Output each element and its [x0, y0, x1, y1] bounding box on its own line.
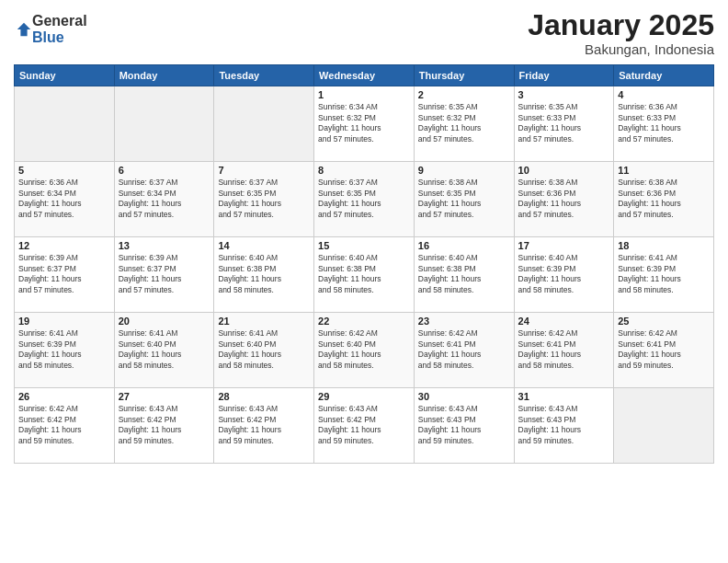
table-row: 29Sunrise: 6:43 AM Sunset: 6:42 PM Dayli…: [314, 388, 415, 464]
table-row: 7Sunrise: 6:37 AM Sunset: 6:35 PM Daylig…: [214, 162, 314, 237]
day-number: 8: [318, 165, 410, 176]
day-info: Sunrise: 6:39 AM Sunset: 6:37 PM Dayligh…: [119, 253, 210, 295]
day-info: Sunrise: 6:43 AM Sunset: 6:42 PM Dayligh…: [218, 404, 310, 446]
day-info: Sunrise: 6:38 AM Sunset: 6:35 PM Dayligh…: [418, 178, 510, 220]
table-row: [114, 86, 214, 162]
calendar-header-row: Sunday Monday Tuesday Wednesday Thursday…: [15, 65, 714, 86]
table-row: 9Sunrise: 6:38 AM Sunset: 6:35 PM Daylig…: [414, 162, 514, 237]
logo-text: General Blue: [32, 13, 87, 45]
table-row: 22Sunrise: 6:42 AM Sunset: 6:40 PM Dayli…: [314, 313, 415, 388]
day-number: 24: [518, 316, 610, 327]
day-info: Sunrise: 6:42 AM Sunset: 6:41 PM Dayligh…: [518, 328, 610, 371]
table-row: 15Sunrise: 6:40 AM Sunset: 6:38 PM Dayli…: [314, 237, 415, 313]
header-sunday: Sunday: [15, 65, 115, 86]
table-row: 31Sunrise: 6:43 AM Sunset: 6:43 PM Dayli…: [514, 388, 614, 464]
day-number: 2: [418, 89, 510, 100]
page: General Blue January 2025 Bakungan, Indo…: [0, 0, 728, 563]
day-number: 28: [218, 391, 310, 402]
table-row: 3Sunrise: 6:35 AM Sunset: 6:33 PM Daylig…: [514, 86, 614, 162]
day-number: 20: [119, 316, 210, 327]
table-row: 10Sunrise: 6:38 AM Sunset: 6:36 PM Dayli…: [514, 162, 614, 237]
day-number: 6: [119, 165, 210, 176]
day-number: 4: [618, 89, 710, 100]
day-number: 18: [618, 240, 710, 251]
table-row: 24Sunrise: 6:42 AM Sunset: 6:41 PM Dayli…: [514, 313, 614, 388]
day-info: Sunrise: 6:43 AM Sunset: 6:42 PM Dayligh…: [119, 404, 210, 446]
day-info: Sunrise: 6:35 AM Sunset: 6:32 PM Dayligh…: [418, 102, 510, 144]
day-number: 17: [518, 240, 610, 251]
location: Bakungan, Indonesia: [528, 41, 714, 57]
day-info: Sunrise: 6:38 AM Sunset: 6:36 PM Dayligh…: [618, 178, 710, 220]
table-row: 26Sunrise: 6:42 AM Sunset: 6:42 PM Dayli…: [15, 388, 115, 464]
day-info: Sunrise: 6:40 AM Sunset: 6:38 PM Dayligh…: [218, 253, 310, 295]
day-info: Sunrise: 6:42 AM Sunset: 6:40 PM Dayligh…: [318, 328, 410, 371]
table-row: 18Sunrise: 6:41 AM Sunset: 6:39 PM Dayli…: [614, 237, 714, 313]
logo-general: General: [32, 13, 87, 29]
table-row: 2Sunrise: 6:35 AM Sunset: 6:32 PM Daylig…: [414, 86, 514, 162]
calendar-week-4: 19Sunrise: 6:41 AM Sunset: 6:39 PM Dayli…: [15, 313, 714, 388]
table-row: [614, 388, 714, 464]
title-block: January 2025 Bakungan, Indonesia: [528, 9, 714, 57]
day-info: Sunrise: 6:42 AM Sunset: 6:41 PM Dayligh…: [618, 328, 710, 371]
header-wednesday: Wednesday: [314, 65, 415, 86]
day-info: Sunrise: 6:40 AM Sunset: 6:38 PM Dayligh…: [318, 253, 410, 295]
day-info: Sunrise: 6:41 AM Sunset: 6:40 PM Dayligh…: [119, 328, 210, 371]
day-info: Sunrise: 6:42 AM Sunset: 6:42 PM Dayligh…: [18, 404, 110, 446]
table-row: 27Sunrise: 6:43 AM Sunset: 6:42 PM Dayli…: [114, 388, 214, 464]
day-info: Sunrise: 6:36 AM Sunset: 6:34 PM Dayligh…: [18, 178, 110, 220]
header-friday: Friday: [514, 65, 614, 86]
table-row: 17Sunrise: 6:40 AM Sunset: 6:39 PM Dayli…: [514, 237, 614, 313]
day-info: Sunrise: 6:43 AM Sunset: 6:43 PM Dayligh…: [518, 404, 610, 446]
day-number: 1: [318, 89, 410, 100]
table-row: 28Sunrise: 6:43 AM Sunset: 6:42 PM Dayli…: [214, 388, 314, 464]
day-info: Sunrise: 6:37 AM Sunset: 6:35 PM Dayligh…: [318, 178, 410, 220]
day-info: Sunrise: 6:37 AM Sunset: 6:34 PM Dayligh…: [119, 178, 210, 220]
calendar-week-3: 12Sunrise: 6:39 AM Sunset: 6:37 PM Dayli…: [15, 237, 714, 313]
logo: General Blue: [14, 13, 87, 45]
day-number: 13: [119, 240, 210, 251]
day-number: 10: [518, 165, 610, 176]
day-number: 11: [618, 165, 710, 176]
table-row: 25Sunrise: 6:42 AM Sunset: 6:41 PM Dayli…: [614, 313, 714, 388]
day-number: 25: [618, 316, 710, 327]
svg-marker-0: [17, 22, 30, 35]
table-row: 11Sunrise: 6:38 AM Sunset: 6:36 PM Dayli…: [614, 162, 714, 237]
table-row: 12Sunrise: 6:39 AM Sunset: 6:37 PM Dayli…: [15, 237, 115, 313]
calendar-week-5: 26Sunrise: 6:42 AM Sunset: 6:42 PM Dayli…: [15, 388, 714, 464]
day-info: Sunrise: 6:36 AM Sunset: 6:33 PM Dayligh…: [618, 102, 710, 144]
calendar-week-2: 5Sunrise: 6:36 AM Sunset: 6:34 PM Daylig…: [15, 162, 714, 237]
table-row: 8Sunrise: 6:37 AM Sunset: 6:35 PM Daylig…: [314, 162, 415, 237]
table-row: 19Sunrise: 6:41 AM Sunset: 6:39 PM Dayli…: [15, 313, 115, 388]
day-number: 21: [218, 316, 310, 327]
day-number: 3: [518, 89, 610, 100]
day-info: Sunrise: 6:43 AM Sunset: 6:42 PM Dayligh…: [318, 404, 410, 446]
day-number: 9: [418, 165, 510, 176]
table-row: 5Sunrise: 6:36 AM Sunset: 6:34 PM Daylig…: [15, 162, 115, 237]
table-row: 1Sunrise: 6:34 AM Sunset: 6:32 PM Daylig…: [314, 86, 415, 162]
day-info: Sunrise: 6:40 AM Sunset: 6:38 PM Dayligh…: [418, 253, 510, 295]
day-info: Sunrise: 6:39 AM Sunset: 6:37 PM Dayligh…: [18, 253, 110, 295]
day-info: Sunrise: 6:41 AM Sunset: 6:39 PM Dayligh…: [618, 253, 710, 295]
header-thursday: Thursday: [414, 65, 514, 86]
day-info: Sunrise: 6:41 AM Sunset: 6:40 PM Dayligh…: [218, 328, 310, 371]
logo-blue: Blue: [32, 29, 87, 46]
day-number: 19: [18, 316, 110, 327]
day-number: 27: [119, 391, 210, 402]
table-row: 13Sunrise: 6:39 AM Sunset: 6:37 PM Dayli…: [114, 237, 214, 313]
calendar-week-1: 1Sunrise: 6:34 AM Sunset: 6:32 PM Daylig…: [15, 86, 714, 162]
table-row: [214, 86, 314, 162]
day-number: 14: [218, 240, 310, 251]
day-number: 12: [18, 240, 110, 251]
day-number: 30: [418, 391, 510, 402]
month-title: January 2025: [528, 9, 714, 41]
header-monday: Monday: [114, 65, 214, 86]
day-number: 5: [18, 165, 110, 176]
day-number: 16: [418, 240, 510, 251]
day-info: Sunrise: 6:34 AM Sunset: 6:32 PM Dayligh…: [318, 102, 410, 144]
table-row: 30Sunrise: 6:43 AM Sunset: 6:43 PM Dayli…: [414, 388, 514, 464]
day-number: 15: [318, 240, 410, 251]
day-number: 29: [318, 391, 410, 402]
day-number: 26: [18, 391, 110, 402]
day-info: Sunrise: 6:40 AM Sunset: 6:39 PM Dayligh…: [518, 253, 610, 295]
logo-icon: [16, 21, 32, 38]
